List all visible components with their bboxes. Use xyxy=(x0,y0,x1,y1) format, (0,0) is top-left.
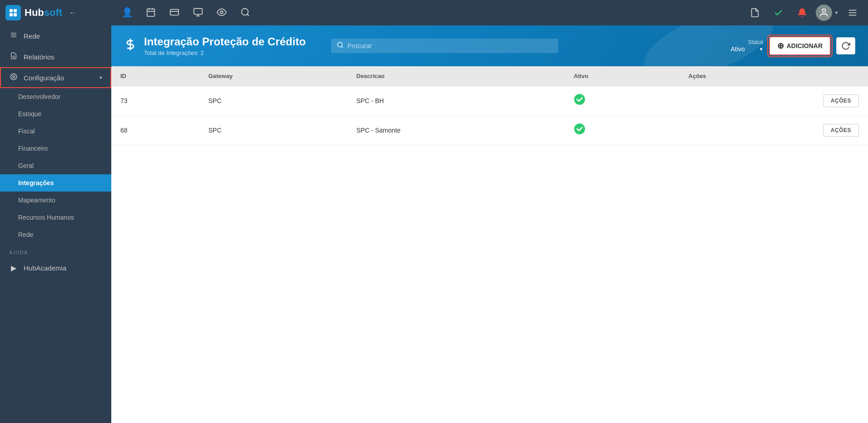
monitor-nav-icon[interactable] xyxy=(187,0,209,25)
svg-point-13 xyxy=(220,11,223,14)
col-acoes: Ações xyxy=(680,66,868,86)
svg-rect-10 xyxy=(194,8,202,14)
add-button-label: ADICIONAR xyxy=(787,42,823,49)
status-wrapper[interactable]: Ativo Inativo xyxy=(731,45,764,53)
svg-rect-8 xyxy=(170,9,179,15)
sidebar-item-mapeamento[interactable]: Mapeamento xyxy=(0,192,111,209)
search-input[interactable] xyxy=(347,42,553,49)
page-header-text: Integração Proteção de Crédito Total de … xyxy=(144,35,306,56)
help-section-label: AJUDA xyxy=(0,243,111,258)
page-title: Integração Proteção de Crédito xyxy=(144,35,306,48)
sidebar-item-recursos-humanos[interactable]: Recursos Humanos xyxy=(0,209,111,226)
table-area: ID Gateway Descricao Ativo Ações 73 SPC … xyxy=(111,66,868,423)
sidebar-item-desenvolvedor[interactable]: Desenvolvedor xyxy=(0,88,111,105)
person-nav-icon[interactable]: 👤 xyxy=(116,0,138,25)
svg-line-15 xyxy=(247,14,249,16)
svg-point-29 xyxy=(574,94,585,105)
logo-soft: soft xyxy=(44,7,62,19)
add-button[interactable]: ⊕ ADICIONAR xyxy=(769,36,831,55)
calendar-nav-icon[interactable] xyxy=(140,0,162,25)
status-label: Status xyxy=(748,39,764,45)
acoes-button-0[interactable]: AÇÕES xyxy=(823,94,859,107)
cell-descricao-1: SPC - Samonte xyxy=(347,116,565,145)
status-block: Status Ativo Inativo xyxy=(731,39,764,53)
logo-text: Hubsoft xyxy=(25,7,62,19)
svg-rect-3 xyxy=(14,13,17,16)
svg-point-25 xyxy=(13,76,15,78)
main-content: Integração Proteção de Crédito Total de … xyxy=(111,25,868,423)
active-check-icon-0 xyxy=(574,96,585,108)
col-id: ID xyxy=(111,66,199,86)
sidebar-item-configuracao[interactable]: Configuração ▾ xyxy=(0,67,111,88)
add-icon: ⊕ xyxy=(777,41,784,51)
configuracao-icon xyxy=(9,73,18,82)
data-table: ID Gateway Descricao Ativo Ações 73 SPC … xyxy=(111,66,868,145)
cell-gateway-1: SPC xyxy=(199,116,347,145)
svg-point-27 xyxy=(337,42,342,47)
top-nav-right: ▼ xyxy=(745,3,863,23)
top-navigation: Hubsoft ← 👤 xyxy=(0,0,868,25)
top-nav-icons: 👤 xyxy=(116,0,745,25)
sidebar-item-estoque[interactable]: Estoque xyxy=(0,105,111,123)
cell-gateway-0: SPC xyxy=(199,86,347,116)
sidebar-item-rede-sub[interactable]: Rede xyxy=(0,226,111,243)
header-search-icon xyxy=(337,41,344,50)
acoes-button-1[interactable]: AÇÕES xyxy=(823,124,859,137)
svg-rect-1 xyxy=(14,9,17,12)
svg-rect-2 xyxy=(10,13,13,16)
logo-icon xyxy=(5,5,21,20)
page-header-icon xyxy=(124,38,137,54)
sidebar-item-integracoes[interactable]: Integrações xyxy=(0,174,111,192)
cell-id-1: 68 xyxy=(111,116,199,145)
table-header-row: ID Gateway Descricao Ativo Ações xyxy=(111,66,868,86)
rede-icon xyxy=(9,31,18,40)
dollar-nav-icon[interactable] xyxy=(164,0,185,25)
cell-ativo-0 xyxy=(565,86,680,116)
relatorios-icon xyxy=(9,52,18,61)
check-icon-btn[interactable] xyxy=(769,3,789,23)
cell-acoes-0: AÇÕES xyxy=(680,86,868,116)
col-descricao: Descricao xyxy=(347,66,565,86)
logo-hub: Hub xyxy=(25,7,44,19)
svg-rect-0 xyxy=(10,9,13,12)
active-check-icon-1 xyxy=(574,126,585,137)
avatar xyxy=(816,5,832,21)
table-row: 73 SPC SPC - BH AÇÕES xyxy=(111,86,868,116)
col-ativo: Ativo xyxy=(565,66,680,86)
avatar-btn[interactable]: ▼ xyxy=(816,5,839,21)
refresh-button[interactable] xyxy=(836,37,855,54)
cell-ativo-1 xyxy=(565,116,680,145)
sidebar-item-fiscal[interactable]: Fiscal xyxy=(0,123,111,140)
pdf-icon-btn[interactable] xyxy=(745,3,765,23)
avatar-arrow-icon: ▼ xyxy=(834,10,839,15)
hubacademia-icon: ▶ xyxy=(9,264,18,272)
col-gateway: Gateway xyxy=(199,66,347,86)
sidebar-toggle-icon[interactable]: ← xyxy=(69,8,77,18)
page-subtitle: Total de Integrações: 2 xyxy=(144,49,306,56)
page-header: Integração Proteção de Crédito Total de … xyxy=(111,25,868,66)
sidebar-item-hubacademia[interactable]: ▶ HubAcademia xyxy=(0,258,111,278)
cell-acoes-1: AÇÕES xyxy=(680,116,868,145)
sidebar-item-relatorios[interactable]: Relatórios xyxy=(0,46,111,67)
eye-nav-icon[interactable] xyxy=(211,0,233,25)
hamburger-icon[interactable] xyxy=(843,3,863,23)
table-row: 68 SPC SPC - Samonte AÇÕES xyxy=(111,116,868,145)
svg-point-14 xyxy=(242,8,248,15)
svg-point-16 xyxy=(822,9,825,12)
svg-line-28 xyxy=(342,46,343,48)
logo: Hubsoft ← xyxy=(5,5,116,20)
layout: Rede Relatórios Configuração ▾ Desenvolv… xyxy=(0,25,868,423)
sidebar-label-rede: Rede xyxy=(24,32,102,40)
sidebar-label-hubacademia: HubAcademia xyxy=(24,264,102,272)
search-nav-icon[interactable] xyxy=(234,0,256,25)
svg-point-30 xyxy=(574,123,585,134)
bell-icon-btn[interactable] xyxy=(792,3,812,23)
sidebar-item-rede[interactable]: Rede xyxy=(0,25,111,46)
status-select[interactable]: Ativo Inativo xyxy=(731,45,757,53)
sidebar-label-relatorios: Relatórios xyxy=(24,53,102,61)
cell-descricao-0: SPC - BH xyxy=(347,86,565,116)
sidebar-item-financeiro[interactable]: Financeiro xyxy=(0,140,111,157)
header-search[interactable] xyxy=(331,39,558,53)
sidebar-label-configuracao: Configuração xyxy=(24,74,94,82)
sidebar-item-geral[interactable]: Geral xyxy=(0,157,111,174)
